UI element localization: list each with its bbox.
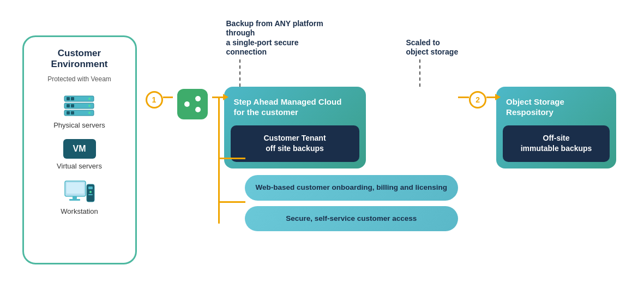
arrow-head-2 bbox=[495, 94, 501, 100]
step1-dashed-area bbox=[226, 59, 254, 87]
svg-rect-9 bbox=[67, 111, 70, 115]
svg-rect-15 bbox=[69, 199, 80, 201]
svg-rect-13 bbox=[67, 183, 84, 194]
workstation-label: Workstation bbox=[61, 207, 98, 215]
arrow-head bbox=[223, 94, 228, 100]
customer-env-title: Customer Environment bbox=[34, 48, 125, 70]
step1-connector: 1 bbox=[146, 91, 163, 109]
orange-h-line-3 bbox=[486, 97, 496, 98]
main-card-bottom-text: Customer Tenant off site backups bbox=[231, 125, 359, 162]
step2-connector: 2 bbox=[469, 91, 486, 109]
arrow-to-veeam bbox=[163, 97, 173, 98]
info-card-1: Web-based customer onboarding, billing a… bbox=[245, 175, 459, 201]
orange-branch-2 bbox=[218, 201, 245, 203]
svg-rect-6 bbox=[71, 104, 74, 107]
arrow-to-step2 bbox=[458, 97, 469, 98]
physical-server-icon bbox=[62, 94, 96, 118]
right-card-top-text: Object Storage Respository bbox=[496, 87, 616, 125]
backup-annotation-block: Backup from ANY platform through a singl… bbox=[226, 19, 335, 57]
svg-rect-19 bbox=[88, 194, 93, 195]
svg-rect-17 bbox=[88, 186, 93, 189]
backup-annotation-text: Backup from ANY platform through a singl… bbox=[226, 19, 335, 57]
svg-line-23 bbox=[190, 99, 195, 104]
workstation-item: Workstation bbox=[61, 180, 98, 215]
scaled-annotation-block: Scaled to object storage bbox=[406, 38, 515, 57]
diagram: Customer Environment Protected with Veea… bbox=[22, 19, 622, 264]
main-card: Step Ahead Managed Cloud for the custome… bbox=[224, 87, 366, 168]
main-column: Step Ahead Managed Cloud for the custome… bbox=[224, 87, 459, 232]
svg-point-26 bbox=[196, 107, 200, 112]
veeam-icon bbox=[177, 89, 208, 119]
svg-point-18 bbox=[89, 191, 92, 193]
svg-point-11 bbox=[88, 112, 91, 114]
customer-environment-box: Customer Environment Protected with Veea… bbox=[22, 35, 137, 264]
svg-point-3 bbox=[88, 98, 91, 100]
physical-servers-label: Physical servers bbox=[53, 121, 105, 129]
share-icon-svg bbox=[183, 94, 202, 114]
orange-h-line-2 bbox=[458, 97, 469, 98]
orange-line-1 bbox=[163, 97, 173, 98]
step1-circle: 1 bbox=[146, 91, 163, 109]
virtual-servers-item: VM Virtual servers bbox=[57, 139, 102, 170]
info-cards-group: Web-based customer onboarding, billing a… bbox=[224, 175, 459, 232]
svg-rect-10 bbox=[71, 111, 74, 115]
dashed-line-step2 bbox=[419, 59, 420, 87]
info-card-2: Secure, self-service customer access bbox=[245, 206, 459, 232]
right-card-wrapper: Object Storage Respository Off-site immu… bbox=[496, 87, 616, 168]
right-card-bottom-text: Off-site immutable backups bbox=[503, 125, 610, 162]
svg-point-27 bbox=[185, 102, 189, 106]
orange-branch-area bbox=[212, 87, 224, 98]
veeam-icon-wrapper bbox=[173, 89, 212, 119]
right-card: Object Storage Respository Off-site immu… bbox=[496, 87, 616, 168]
main-card-top-text: Step Ahead Managed Cloud for the custome… bbox=[224, 87, 366, 125]
orange-vertical-line bbox=[218, 98, 220, 224]
arrow-to-right-card bbox=[486, 97, 496, 98]
customer-env-subtitle: Protected with Veeam bbox=[47, 75, 111, 83]
orange-branch-1 bbox=[218, 158, 245, 159]
virtual-servers-label: Virtual servers bbox=[57, 162, 102, 170]
step2-circle: 2 bbox=[469, 91, 486, 109]
scaled-annotation-text: Scaled to object storage bbox=[406, 38, 515, 57]
svg-point-7 bbox=[88, 105, 91, 107]
svg-line-24 bbox=[190, 104, 195, 109]
svg-rect-2 bbox=[71, 97, 74, 100]
workstation-icon bbox=[63, 180, 97, 204]
svg-rect-1 bbox=[67, 97, 70, 100]
vm-badge: VM bbox=[63, 139, 96, 159]
dashed-line-step1 bbox=[239, 59, 240, 87]
svg-point-25 bbox=[196, 97, 200, 101]
step2-dashed-area bbox=[406, 59, 434, 87]
svg-rect-5 bbox=[67, 104, 70, 107]
svg-rect-14 bbox=[73, 196, 77, 199]
physical-servers-item: Physical servers bbox=[53, 94, 105, 129]
